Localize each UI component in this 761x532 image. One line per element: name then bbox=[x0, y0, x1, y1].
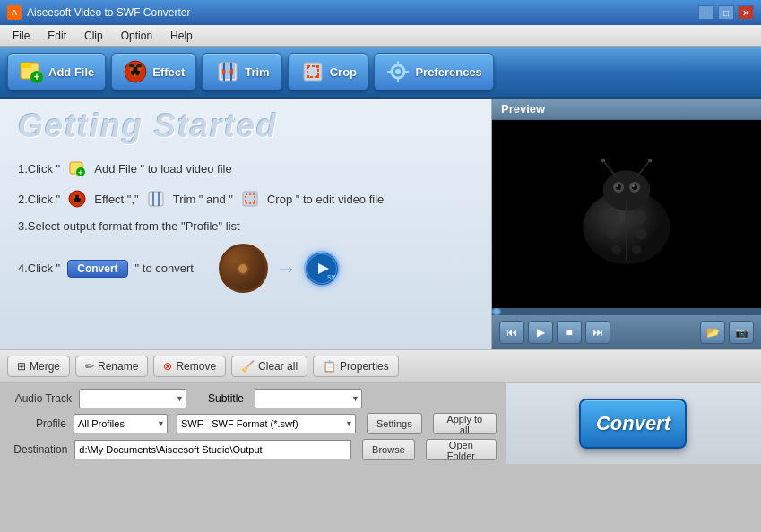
svg-line-49 bbox=[636, 160, 650, 177]
menu-edit[interactable]: Edit bbox=[39, 28, 75, 44]
convert-inline-label: Convert bbox=[67, 260, 127, 278]
format-select[interactable]: SWF - SWF Format (*.swf) bbox=[177, 414, 356, 433]
swf-icon: SWF bbox=[304, 251, 340, 287]
step2-crop-icon bbox=[240, 189, 260, 209]
svg-point-34 bbox=[74, 196, 76, 199]
step1-text-after: Add File " to load video file bbox=[94, 162, 231, 176]
screenshot-button[interactable]: 📷 bbox=[729, 321, 754, 344]
svg-rect-1 bbox=[21, 63, 31, 68]
preview-screen bbox=[492, 120, 761, 308]
svg-line-47 bbox=[603, 160, 617, 177]
properties-button[interactable]: 📋 Properties bbox=[313, 356, 399, 377]
subtitle-select[interactable] bbox=[255, 389, 362, 408]
audio-track-label: Audio Track bbox=[9, 392, 72, 405]
getting-started-panel: Getting Started 1.Click " + Add File " t… bbox=[0, 99, 492, 349]
stop-button[interactable]: ■ bbox=[557, 321, 582, 344]
svg-rect-26 bbox=[397, 78, 399, 82]
preferences-button[interactable]: Preferences bbox=[374, 53, 493, 90]
folder-button[interactable]: 📂 bbox=[700, 321, 725, 344]
add-file-icon: + bbox=[19, 59, 44, 84]
apply-to-all-button[interactable]: Apply to all bbox=[433, 413, 497, 434]
preview-progress-thumb[interactable] bbox=[492, 308, 501, 315]
format-wrap: SWF - SWF Format (*.swf) ▼ bbox=[177, 414, 356, 433]
add-file-button[interactable]: + Add File bbox=[7, 53, 106, 90]
step1-text-before: 1.Click " bbox=[18, 162, 60, 176]
restore-button[interactable]: □ bbox=[718, 5, 734, 20]
menu-help[interactable]: Help bbox=[161, 28, 202, 44]
clear-all-icon: 🧹 bbox=[241, 360, 255, 373]
svg-text:+: + bbox=[33, 71, 39, 83]
prev-button[interactable]: ⏮ bbox=[499, 321, 524, 344]
playback-controls: ⏮ ▶ ■ ⏭ 📂 📷 bbox=[492, 315, 761, 349]
preview-header: Preview bbox=[492, 99, 761, 120]
trim-button[interactable]: Trim bbox=[202, 53, 282, 90]
step1-line: 1.Click " + Add File " to load video fil… bbox=[18, 159, 473, 178]
svg-point-55 bbox=[616, 184, 618, 187]
preview-progress-bar-container[interactable] bbox=[492, 308, 761, 315]
menu-clip[interactable]: Clip bbox=[75, 28, 112, 44]
settings-button[interactable]: Settings bbox=[367, 413, 422, 434]
effect-button[interactable]: Effect bbox=[111, 53, 196, 90]
svg-point-58 bbox=[607, 210, 620, 224]
minimize-button[interactable]: − bbox=[698, 5, 714, 20]
next-button[interactable]: ⏭ bbox=[585, 321, 610, 344]
svg-text:SWF: SWF bbox=[327, 274, 338, 280]
svg-point-62 bbox=[612, 245, 622, 255]
svg-point-35 bbox=[79, 196, 82, 199]
title-bar: A Aiseesoft Video to SWF Converter − □ ✕ bbox=[0, 0, 761, 25]
reel-center bbox=[237, 262, 249, 275]
audio-subtitle-row: Audio Track ▼ Subtitle ▼ bbox=[9, 389, 497, 408]
step4-line: 4.Click " Convert " to convert → SWF bbox=[18, 244, 473, 293]
crop-button[interactable]: Crop bbox=[288, 53, 368, 90]
svg-rect-20 bbox=[316, 65, 319, 68]
browse-button[interactable]: Browse bbox=[362, 439, 415, 460]
svg-point-10 bbox=[134, 74, 137, 77]
rename-icon: ✏ bbox=[85, 360, 94, 373]
convert-button[interactable]: Convert bbox=[579, 399, 687, 449]
arrow-right: → bbox=[275, 256, 297, 281]
play-button[interactable]: ▶ bbox=[528, 321, 553, 344]
menu-file[interactable]: File bbox=[4, 28, 39, 44]
svg-text:+: + bbox=[79, 168, 83, 177]
add-file-svg: + bbox=[19, 59, 44, 84]
svg-point-24 bbox=[395, 69, 401, 74]
effect-svg bbox=[123, 59, 148, 84]
svg-point-61 bbox=[636, 229, 647, 240]
subtitle-label: Subtitle bbox=[208, 392, 244, 405]
audio-track-wrap: ▼ bbox=[79, 389, 186, 408]
svg-point-8 bbox=[130, 67, 134, 71]
preferences-icon bbox=[385, 59, 411, 84]
audio-track-select[interactable] bbox=[79, 389, 186, 408]
menu-option[interactable]: Option bbox=[112, 28, 161, 44]
profile-select[interactable]: All Profiles bbox=[74, 414, 168, 433]
getting-started-title: Getting Started bbox=[18, 107, 473, 145]
destination-input[interactable]: d:\My Documents\Aiseesoft Studio\Output bbox=[74, 440, 351, 459]
title-bar-controls: − □ ✕ bbox=[698, 5, 754, 20]
merge-icon: ⊞ bbox=[17, 360, 26, 373]
toolbar: + Add File Effect bbox=[0, 47, 761, 99]
settings-left-area: Audio Track ▼ Subtitle ▼ Profile All Pro… bbox=[0, 383, 506, 464]
profile-wrap: All Profiles ▼ bbox=[74, 414, 168, 433]
remove-button[interactable]: ⊗ Remove bbox=[153, 356, 226, 377]
ladybug-image bbox=[559, 147, 694, 281]
close-button[interactable]: ✕ bbox=[738, 5, 754, 20]
step2-line: 2.Click " Effect "," Trim " and " bbox=[18, 189, 473, 209]
app-title: Aiseesoft Video to SWF Converter bbox=[27, 6, 191, 19]
svg-point-63 bbox=[632, 245, 642, 255]
svg-point-60 bbox=[607, 229, 618, 240]
settings-panel: Audio Track ▼ Subtitle ▼ Profile All Pro… bbox=[0, 383, 761, 464]
merge-button[interactable]: ⊞ Merge bbox=[7, 356, 70, 377]
subtitle-wrap: ▼ bbox=[255, 389, 362, 408]
rename-button[interactable]: ✏ Rename bbox=[75, 356, 148, 377]
trim-icon bbox=[215, 59, 240, 84]
title-bar-left: A Aiseesoft Video to SWF Converter bbox=[7, 5, 191, 20]
svg-rect-28 bbox=[404, 71, 409, 73]
convert-button-area: Convert bbox=[506, 383, 761, 464]
clear-all-button[interactable]: 🧹 Clear all bbox=[231, 356, 307, 377]
preview-panel: Preview bbox=[492, 99, 761, 349]
open-folder-button[interactable]: Open Folder bbox=[426, 439, 497, 460]
svg-point-56 bbox=[632, 184, 635, 187]
crop-icon bbox=[300, 59, 325, 84]
svg-rect-25 bbox=[397, 61, 399, 65]
playback-right: 📂 📷 bbox=[700, 321, 754, 344]
